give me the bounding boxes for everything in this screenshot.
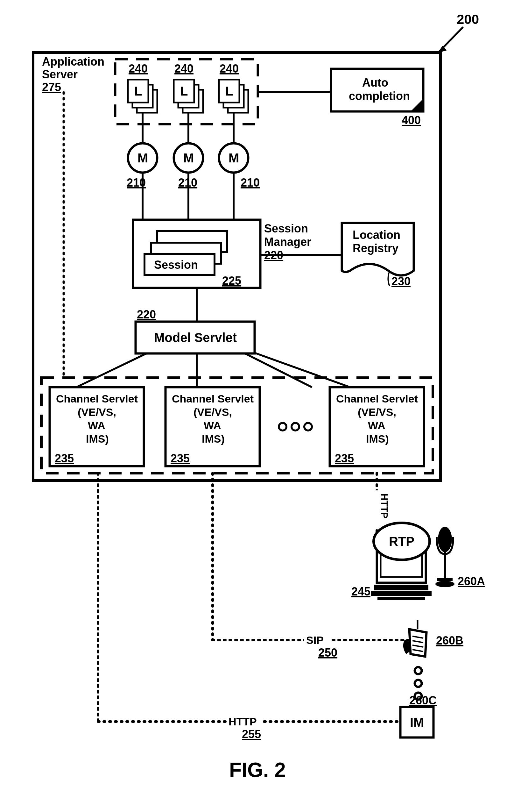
cs1-l4: IMS) <box>86 433 109 445</box>
channel-servlet-1: Channel Servlet (VE/VS, WA IMS) 235 <box>50 387 144 466</box>
ref-245: 245 <box>352 585 370 598</box>
model-servlet-label: Model Servlet <box>154 331 237 345</box>
session-ref: 225 <box>222 274 241 287</box>
m-label-1: M <box>137 151 148 165</box>
cs2-l3: WA <box>204 419 221 432</box>
svg-point-37 <box>304 423 312 431</box>
listener-ref-1: 240 <box>129 62 148 75</box>
listener-ref-3: 240 <box>220 62 239 75</box>
cs3-ref: 235 <box>335 452 354 465</box>
listener-group-1: 240 L <box>128 62 157 113</box>
svg-line-30 <box>76 353 146 387</box>
sip-label: SIP <box>306 634 324 646</box>
svg-point-62 <box>415 680 422 687</box>
cs1-ref: 235 <box>55 452 74 465</box>
http-label-vert: HTTP <box>379 493 390 519</box>
location-registry-l2: Registry <box>353 242 399 255</box>
m-label-2: M <box>183 151 194 165</box>
cs2-l1: Channel Servlet <box>172 393 254 405</box>
svg-rect-47 <box>374 585 428 590</box>
listener-label-2: L <box>180 84 188 98</box>
ellipsis-channels-icon <box>279 423 312 431</box>
m-ref-3: 210 <box>241 176 260 189</box>
channel-servlet-3: Channel Servlet (VE/VS, WA IMS) 235 <box>330 387 424 466</box>
listener-group-2: 240 L <box>174 62 203 113</box>
ref-260B: 260B <box>436 634 463 647</box>
svg-point-50 <box>438 527 452 552</box>
http-label-horiz: HTTP <box>228 716 257 728</box>
microphone-icon <box>435 527 454 587</box>
auto-completion-ref: 400 <box>402 114 421 127</box>
ref-above-model-servlet: 220 <box>137 308 156 321</box>
listener-ref-2: 240 <box>175 62 194 75</box>
svg-rect-49 <box>378 597 425 600</box>
cs3-l4: IMS) <box>366 433 389 445</box>
phone-icon <box>403 620 427 657</box>
cs1-l3: WA <box>88 419 105 432</box>
ref-260C: 260C <box>409 694 437 707</box>
model-circle-2: M 210 <box>174 143 203 189</box>
m-ref-2: 210 <box>178 176 197 189</box>
location-registry-l1: Location <box>353 228 400 241</box>
channel-servlet-2: Channel Servlet (VE/VS, WA IMS) 235 <box>165 387 260 466</box>
cs1-l1: Channel Servlet <box>56 393 138 405</box>
cs2-l4: IMS) <box>202 433 225 445</box>
cs2-l2: (VE/VS, <box>194 406 232 418</box>
listener-group-3: 240 L <box>219 62 248 113</box>
auto-completion-l1: Auto <box>362 76 388 89</box>
figure-caption: FIG. 2 <box>229 759 286 782</box>
model-circle-3: M 210 <box>219 143 260 189</box>
ref-255: 255 <box>242 728 261 741</box>
svg-point-36 <box>292 423 299 431</box>
listener-label-1: L <box>134 84 142 98</box>
diagram-root: 200 Application Server 275 240 L 240 L 2… <box>0 0 521 812</box>
location-registry-ref: 230 <box>391 275 411 288</box>
app-server-title-2: Server <box>42 68 78 81</box>
app-server-ref: 275 <box>42 81 61 94</box>
m-label-3: M <box>228 151 239 165</box>
session-manager-l2: Manager <box>264 235 311 248</box>
svg-point-61 <box>415 667 422 674</box>
session-label: Session <box>154 258 198 271</box>
computer-icon: RTP <box>371 523 432 600</box>
svg-point-35 <box>279 423 287 431</box>
cs1-l2: (VE/VS, <box>78 406 116 418</box>
ref-200: 200 <box>457 12 479 27</box>
ref-200-arrow: 200 <box>438 12 479 53</box>
ref-260A: 260A <box>458 575 485 588</box>
svg-rect-48 <box>371 591 432 596</box>
rtp-label: RTP <box>389 534 414 548</box>
model-circle-1: M 210 <box>127 143 157 189</box>
cs3-l2: (VE/VS, <box>358 406 396 418</box>
svg-point-53 <box>435 581 454 587</box>
cs3-l3: WA <box>368 419 385 432</box>
auto-completion-l2: completion <box>349 89 410 103</box>
cs3-l1: Channel Servlet <box>336 393 418 405</box>
m-ref-1: 210 <box>127 176 146 189</box>
session-manager-l1: Session <box>264 222 308 235</box>
ref-250: 250 <box>318 646 337 659</box>
listener-label-3: L <box>225 84 233 98</box>
im-label: IM <box>410 715 424 729</box>
app-server-title-1: Application <box>42 55 105 68</box>
cs2-ref: 235 <box>171 452 190 465</box>
auto-completion-box: Auto completion 400 <box>331 69 423 127</box>
